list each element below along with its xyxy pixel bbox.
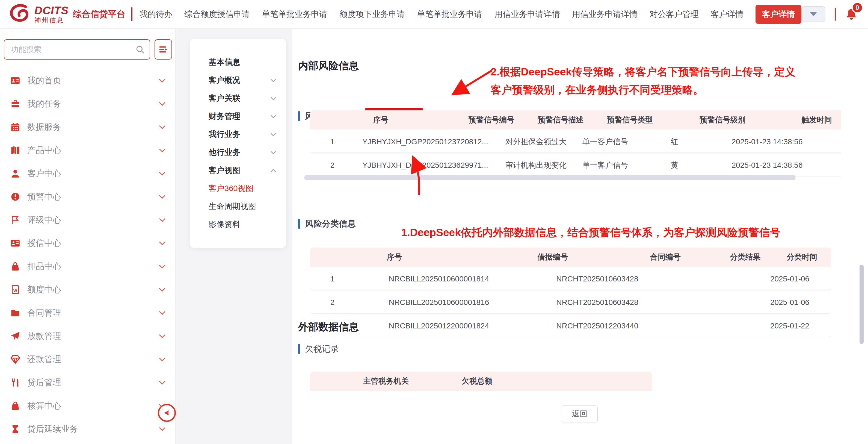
svg-text:W: W [13, 289, 17, 293]
submenu-item-label: 财务管理 [209, 111, 271, 122]
chevron-down-icon [159, 239, 165, 245]
sidebar-menu-item[interactable]: 评级中心 [0, 208, 175, 231]
submenu-item[interactable]: 生命周期视图 [209, 198, 275, 215]
calendar-icon [10, 122, 20, 132]
tabs-dropdown-button[interactable] [801, 6, 826, 22]
customer-submenu-card: 基本信息 客户概况 客户关联 财务管理 我行业务 他行业务 客户视图 [190, 39, 286, 248]
sidebar-menu-item[interactable]: 数据服务 [0, 115, 175, 139]
sidebar-item-label: 贷后延续业务 [27, 423, 160, 435]
menu-collapse-button[interactable] [155, 39, 172, 60]
sidebar-menu-item[interactable]: 预警中心 [0, 185, 175, 208]
table-row[interactable]: 2 YJBHYJXH_DGP20250123629971... 审计机构出现变化… [310, 155, 841, 177]
sidebar-item-label: 产品中心 [27, 145, 160, 156]
chevron-down-icon [159, 193, 165, 199]
sidebar-item-label: 数据服务 [27, 121, 160, 133]
sidebar-menu-item[interactable]: 我的任务 [0, 92, 175, 115]
chevron-down-icon [159, 355, 165, 361]
page-vertical-scrollbar[interactable] [860, 265, 864, 344]
top-nav-item[interactable]: 客户详情 [755, 5, 801, 24]
alert-circle-icon [10, 192, 20, 202]
submenu-item[interactable]: 基本信息 [209, 53, 275, 71]
chevron-down-icon [159, 378, 165, 384]
header-divider-2 [835, 8, 836, 21]
sidebar-menu-item[interactable]: 贷后管理 [0, 371, 175, 394]
column-header: 预警信号级别 [670, 115, 775, 125]
submenu-item[interactable]: 客户关联 [209, 89, 275, 108]
section-marker [298, 111, 300, 121]
horizontal-scrollbar[interactable] [304, 175, 796, 180]
submenu-item-label: 客户视图 [209, 165, 271, 176]
top-nav-item[interactable]: 单笔单批业务申请 [417, 9, 483, 20]
briefcase-icon [10, 99, 20, 109]
sidebar-item-label: 押品中心 [27, 261, 160, 272]
top-nav-item[interactable]: 综合额度授信申请 [184, 9, 250, 20]
submenu-item[interactable]: 客户视图 [209, 161, 275, 179]
caret-down-icon [810, 12, 817, 17]
submenu-item[interactable]: 他行业务 [209, 143, 275, 161]
column-header: 预警信号描述 [532, 115, 590, 125]
chevron-down-icon [159, 285, 165, 292]
top-nav-item[interactable]: 用信业务申请详情 [572, 9, 638, 20]
top-nav-item[interactable]: 对公客户管理 [650, 9, 699, 20]
section-marker [298, 344, 300, 354]
submenu-item[interactable]: 财务管理 [209, 108, 275, 125]
sidebar-menu-item[interactable]: 还款管理 [0, 348, 175, 371]
header-divider [131, 7, 132, 21]
tax-table-header: 主管税务机关欠税总额 [310, 372, 652, 391]
sidebar-menu-item[interactable]: 押品中心 [0, 255, 175, 278]
sidebar-collapse-fab[interactable] [158, 404, 176, 422]
column-header: 预警信号类型 [590, 115, 670, 125]
sidebar-item-label: 合同管理 [27, 307, 160, 319]
chevron-down-icon [159, 99, 165, 106]
submenu-item[interactable]: 我行业务 [209, 125, 275, 143]
id-card-icon [10, 76, 20, 86]
folder-icon [10, 308, 20, 318]
left-sidebar: 我的首页 我的任务 数据服务 产品中心 [0, 29, 176, 444]
sidebar-menu: 我的首页 我的任务 数据服务 产品中心 [0, 69, 175, 440]
table-row[interactable]: 1 NRCBILL2025010600001814 NRCHT202501060… [310, 268, 831, 290]
submenu-item[interactable]: 客户概况 [209, 71, 275, 89]
sidebar-menu-item[interactable]: 客户中心 [0, 162, 175, 185]
submenu-item-label: 他行业务 [209, 147, 271, 158]
function-search-input[interactable] [11, 45, 135, 54]
column-header: 分类时间 [787, 252, 817, 262]
chevron-down-icon [159, 215, 165, 222]
table-row[interactable]: 1 YJBHYJXH_DGP20250123720812... 对外担保金额过大… [310, 131, 841, 153]
top-nav-item[interactable]: 我的待办 [140, 9, 172, 20]
top-nav-item[interactable]: 用信业务申请详情 [494, 9, 560, 20]
sidebar-menu-item[interactable]: W 额度中心 [0, 278, 175, 301]
chevron-icon [271, 149, 276, 154]
risk-warning-table-header: 序号预警信号编号预警信号描述预警信号类型预警信号级别触发时间信 [310, 110, 841, 129]
back-button[interactable]: 返回 [562, 406, 598, 422]
sidebar-item-label: 贷后管理 [27, 377, 160, 388]
top-nav-item[interactable]: 客户详情 [711, 9, 743, 20]
top-nav-item[interactable]: 单笔单批业务申请 [262, 9, 328, 20]
sidebar-menu-item[interactable]: 放款管理 [0, 324, 175, 348]
notification-bell-icon[interactable]: 0 [845, 8, 858, 21]
chevron-icon [271, 113, 276, 118]
sidebar-menu-item[interactable]: 贷后延续业务 [0, 417, 175, 440]
hamburger-icon [158, 45, 168, 54]
tax-record-table: 主管税务机关欠税总额 [310, 372, 652, 391]
sidebar-item-label: 评级中心 [27, 214, 160, 226]
sidebar-menu-item[interactable]: 我的首页 [0, 69, 175, 92]
map-icon [10, 145, 20, 155]
sidebar-menu-item[interactable]: 产品中心 [0, 139, 175, 162]
column-header: 序号 [310, 252, 478, 262]
chevron-down-icon [159, 169, 165, 175]
table-row[interactable]: 2 NRCBILL2025010600001816 NRCHT202501060… [310, 292, 831, 314]
sidebar-menu-item[interactable]: 合同管理 [0, 301, 175, 324]
main-content-panel: 内部风险信息 风险预警信息 高风险级客户 2.根据DeepSeek传导策略，将客… [292, 29, 868, 444]
internal-risk-title: 内部风险信息 [298, 59, 359, 73]
top-nav-item[interactable]: 额度项下业务申请 [339, 9, 405, 20]
sidebar-menu-item[interactable]: 核算中心 [0, 394, 175, 417]
notification-count-badge: 0 [851, 2, 863, 13]
sidebar-menu-item[interactable]: 授信中心 [0, 231, 175, 255]
table-row[interactable]: 3 NRCBILL2025012200001824 NRCHT202501220… [310, 315, 831, 337]
chevron-down-icon [159, 146, 165, 152]
submenu-item[interactable]: 影像资料 [209, 215, 275, 234]
app-logo: DCITS 神州信息 综合信贷平台 [0, 2, 140, 26]
dcits-logo-icon [8, 2, 32, 26]
risk-classify-table-header: 序号借据编号合同编号分类结果分类时间 [310, 247, 831, 267]
submenu-item[interactable]: 客户360视图 [209, 179, 275, 198]
